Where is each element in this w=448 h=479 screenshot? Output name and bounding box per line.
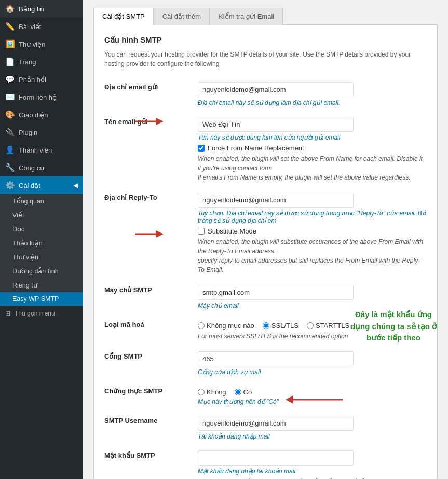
sidebar-item-thuvien[interactable]: 🖼️ Thư viện — [0, 35, 83, 53]
hint-reply-to: Tuỳ chọn. Địa chỉ email này sẽ được sử d… — [198, 210, 427, 224]
radio-starttls-input[interactable] — [307, 322, 314, 329]
note-password: Lưu ý: khi bạn nhấp vào "Lưu thay đổi", … — [198, 477, 427, 479]
label-username: SMTP Username — [104, 410, 198, 445]
label-auth: Chứng thực SMTP — [104, 381, 198, 410]
sidebar-arrow-2 — [132, 226, 164, 240]
sidebar-item-phanhoi[interactable]: 💬 Phản hồi — [0, 71, 83, 88]
section-title: Cấu hình SMTP — [104, 35, 427, 45]
radio-yes-input[interactable] — [235, 389, 241, 395]
baiviet-icon: ✏️ — [5, 22, 15, 31]
submenu-riengu[interactable]: Riêng tư — [0, 278, 83, 292]
submenu-tongquan[interactable]: Tổng quan — [0, 194, 83, 208]
hint-smtp-port: Cổng của dịch vụ mail — [198, 368, 427, 376]
submenu-thuvien[interactable]: Thư viện — [0, 250, 83, 264]
sidebar: 🏠 Bảng tin ✏️ Bài viết 🖼️ Thư viện 📄 Tra… — [0, 0, 83, 479]
plugin-icon: 🔌 — [5, 128, 15, 137]
congcu-icon: 🔧 — [5, 163, 15, 172]
thuvien-icon: 🖼️ — [5, 39, 15, 49]
trang-icon: 📄 — [5, 57, 15, 66]
radio-none[interactable]: Không mục nào — [198, 322, 254, 330]
thanhvien-icon: 👤 — [5, 145, 15, 155]
label-encryption: Loại mã hoá — [104, 314, 198, 346]
content-box: Cấu hình SMTP You can request your hosti… — [93, 24, 438, 479]
hint-substitute: When enabled, the plugin will substitute… — [198, 237, 427, 275]
input-username[interactable] — [198, 416, 354, 431]
sidebar-item-bangtin[interactable]: 🏠 Bảng tin — [0, 0, 83, 18]
hint-from-name: Tên này sẽ được dùng làm tên của người g… — [198, 134, 427, 141]
sidebar-item-giaodien[interactable]: 🎨 Giao diện — [0, 106, 83, 124]
submenu-easywpsmtp[interactable]: Easy WP SMTP — [0, 292, 83, 306]
submenu-doc[interactable]: Đọc — [0, 222, 83, 236]
row-password: Mật khẩu SMTP Mật khẩu đăng nhập tài kho… — [104, 445, 427, 479]
radio-no-input[interactable] — [198, 389, 205, 395]
sidebar-item-thanhvien[interactable]: 👤 Thành viên — [0, 141, 83, 159]
tab-kiem-tra[interactable]: Kiểm tra gửi Email — [210, 8, 283, 25]
radio-starttls[interactable]: STARTTLS — [307, 322, 349, 330]
row-from-email: Địa chỉ email gửi Địa chỉ email này sẽ s… — [104, 77, 427, 112]
hint-from-email: Địa chỉ email này sẽ sử dụng làm địa chỉ… — [198, 99, 427, 106]
annotation-text: Đây là mật khẩu ứng dụng chúng ta sẽ tạo… — [349, 309, 438, 344]
label-password: Mật khẩu SMTP — [104, 445, 198, 479]
input-smtp-host[interactable] — [198, 285, 354, 300]
field-smtp-port: Cổng của dịch vụ mail — [198, 346, 427, 381]
caidat-arrow: ◀ — [73, 182, 78, 189]
field-from-email: Địa chỉ email này sẽ sử dụng làm địa chỉ… — [198, 77, 427, 112]
bangtin-icon: 🏠 — [5, 4, 15, 13]
input-from-name[interactable] — [198, 117, 354, 132]
tab-caidat-them[interactable]: Cài đặt thêm — [154, 8, 210, 25]
giaodien-icon: 🎨 — [5, 110, 15, 119]
settings-submenu: Tổng quan Viết Đọc Thảo luận Thư viện Đư… — [0, 194, 83, 306]
sidebar-arrow-1 — [132, 113, 164, 128]
input-smtp-port[interactable] — [198, 351, 354, 366]
row-auth: Chứng thực SMTP Không Có — [104, 381, 427, 410]
checkbox-force-input[interactable] — [198, 145, 205, 152]
sidebar-item-formlienhe[interactable]: ✉️ Form liên hệ — [0, 88, 83, 106]
main-wrapper: Cài đặt SMTP Cài đặt thêm Kiểm tra gửi E… — [83, 0, 448, 479]
submenu-duongdantinh[interactable]: Đường dẫn tĩnh — [0, 264, 83, 278]
input-reply-to[interactable] — [198, 193, 354, 208]
form-icon: ✉️ — [5, 92, 15, 102]
hint-force-from-name: When enabled, the plugin will set the ab… — [198, 154, 427, 182]
checkbox-substitute-mode[interactable]: Substitute Mode — [198, 227, 427, 235]
radio-none-input[interactable] — [198, 322, 205, 329]
collapse-icon: ⊞ — [5, 310, 10, 317]
label-smtp-port: Cổng SMTP — [104, 346, 198, 381]
field-password: Mật khẩu đăng nhập tài khoản mail Lưu ý:… — [198, 445, 427, 479]
row-username: SMTP Username Tài khoản đăng nhập mail — [104, 410, 427, 445]
input-password[interactable] — [198, 450, 354, 466]
annotation-arrow — [286, 392, 348, 409]
radio-ssltls[interactable]: SSL/TLS — [263, 322, 298, 330]
sidebar-item-caidat[interactable]: ⚙️ Cài đặt ◀ — [0, 176, 83, 194]
description-text: You can request your hosting provider fo… — [104, 50, 427, 69]
hint-username: Tài khoản đăng nhập mail — [198, 433, 427, 440]
label-from-email: Địa chỉ email gửi — [104, 77, 198, 112]
svg-marker-1 — [286, 395, 293, 404]
label-smtp-host: Máy chủ SMTP — [104, 280, 198, 314]
radio-no[interactable]: Không — [198, 388, 226, 396]
sidebar-item-plugin[interactable]: 🔌 Plugin — [0, 124, 83, 141]
hint-smtp-host: Máy chủ email — [198, 302, 427, 309]
sidebar-item-congu[interactable]: 🔧 Công cụ — [0, 159, 83, 176]
field-username: Tài khoản đăng nhập mail — [198, 410, 427, 445]
caidat-icon: ⚙️ — [5, 181, 15, 190]
sidebar-item-trang[interactable]: 📄 Trang — [0, 53, 83, 71]
tab-bar: Cài đặt SMTP Cài đặt thêm Kiểm tra gửi E… — [93, 8, 438, 25]
field-from-name: Tên này sẽ được dùng làm tên của người g… — [198, 112, 427, 187]
row-smtp-port: Cổng SMTP Cổng của dịch vụ mail — [104, 346, 427, 381]
form-table: Địa chỉ email gửi Địa chỉ email này sẽ s… — [104, 77, 427, 479]
collapse-menu[interactable]: ⊞ Thu gọn menu — [0, 306, 83, 321]
checkbox-substitute-input[interactable] — [198, 228, 205, 235]
submenu-thaoluan[interactable]: Thảo luận — [0, 236, 83, 250]
sidebar-item-baiviet[interactable]: ✏️ Bài viết — [0, 18, 83, 35]
svg-marker-3 — [156, 118, 164, 125]
radio-ssltls-input[interactable] — [263, 322, 269, 329]
radio-yes[interactable]: Có — [235, 388, 252, 396]
hint-password: Mật khẩu đăng nhập tài khoản mail — [198, 468, 427, 475]
field-reply-to: Tuỳ chọn. Địa chỉ email này sẽ được sử d… — [198, 187, 427, 280]
submenu-viet[interactable]: Viết — [0, 208, 83, 222]
svg-marker-5 — [156, 230, 164, 238]
checkbox-force-from-name[interactable]: Force From Name Replacement — [198, 144, 427, 152]
phanhoi-icon: 💬 — [5, 75, 15, 84]
tab-caidat-smtp[interactable]: Cài đặt SMTP — [93, 8, 154, 25]
input-from-email[interactable] — [198, 82, 354, 97]
